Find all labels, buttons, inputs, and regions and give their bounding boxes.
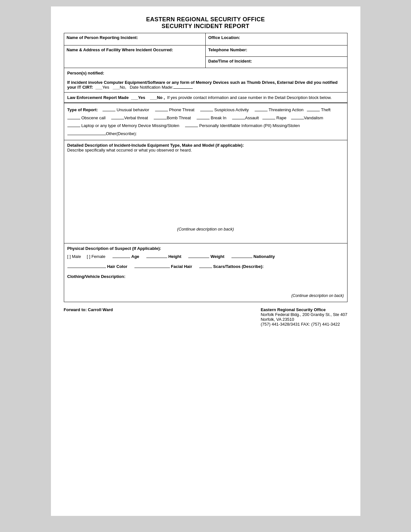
hair-color-label: Hair Color (107, 264, 127, 269)
facial-hair-label: Facial Hair (171, 264, 192, 269)
pii-missing: Personally Identifiable Information (PII… (199, 123, 300, 128)
assault: Assault (245, 115, 259, 120)
gender-age-row: [ ] Male [ ] Female Age Height Weight Na… (67, 252, 344, 261)
law-text: Law Enforcement Report Made ___Yes ___No… (67, 95, 344, 100)
office-addr-line1: Eastern Regional Security Office (261, 307, 347, 312)
suspicious-activity: Suspicious Activity (214, 107, 249, 112)
title-line2: SECURITY INCIDENT REPORT (64, 23, 347, 30)
weight-label: Weight (210, 254, 224, 259)
law-enforcement-section: Law Enforcement Report Made ___Yes ___No… (64, 93, 347, 103)
persons-notified-label: Person(s) notified: (67, 71, 344, 75)
type-label: Type of Report: (67, 107, 98, 112)
type-report-row2: Obscene call Verbal threat Bomb Threat B… (67, 114, 344, 122)
type-report-row1: Type of Report: Unusual behavior Phone T… (67, 106, 344, 114)
office-addr-line3: Norfolk, VA 23510 (261, 317, 347, 322)
name-reporting-label: Name of Person Reporting Incident: (67, 35, 138, 40)
obscene-call: Obscene call (81, 115, 105, 120)
datetime-label: Date/Time of Incident: (208, 59, 252, 64)
persons-notified-section: Person(s) notified: If incident involve … (64, 68, 347, 93)
theft: Theft (321, 107, 331, 112)
rape: Rape (276, 115, 286, 120)
unusual-behavior: Unusual behavior (117, 107, 149, 112)
type-of-report-section: Type of Report: Unusual behavior Phone T… (64, 104, 347, 140)
clothing-row: Clothing/Vehicle Description: (67, 272, 344, 281)
continue-right: (Continue description on back) (67, 292, 344, 299)
physical-description-section: Physical Description of Suspect (If Appl… (64, 243, 347, 302)
type-report-row3: Laptop or any type of Memory Device Miss… (67, 122, 344, 130)
description-label: Detailed Description of Incident-Include… (67, 143, 344, 153)
footer-section: Forward to: Carroll Ward Eastern Regiona… (64, 307, 347, 327)
office-addr-line4: (757) 441-3428/3431 FAX: (757) 441-3422 (261, 322, 347, 327)
vandalism: Vandalism (304, 115, 323, 120)
description-section: Detailed Description of Incident-Include… (64, 140, 347, 243)
description-content-area[interactable] (67, 153, 344, 223)
table-row: Name of Person Reporting Incident: Offic… (64, 33, 347, 45)
page: EASTERN REGIONAL SECURITY OFFICE SECURIT… (51, 6, 360, 516)
nationality-label: Nationality (253, 254, 275, 259)
height-label: Height (168, 254, 181, 259)
hair-facial-row: Hair Color Facial Hair Scars/Tattoos (De… (67, 262, 344, 271)
age-label: Age (131, 254, 139, 259)
type-report-row4: Other(Describe): (67, 130, 344, 138)
title-line1: EASTERN REGIONAL SECURITY OFFICE (64, 16, 347, 23)
office-address: Eastern Regional Security Office Norfolk… (261, 307, 347, 327)
break-in: Break In (211, 115, 226, 120)
threatening-action: Threatening Action (269, 107, 303, 112)
phone-threat: Phone Threat (169, 107, 195, 112)
laptop-missing: Laptop or any type of Memory Device Miss… (81, 123, 179, 128)
scars-label: Scars/Tattoos (Describe): (213, 264, 264, 269)
office-addr-line2: Norfolk Federal Bldg., 200 Granby St., S… (261, 312, 347, 317)
forward-label: Forward to: Carroll Ward (64, 307, 113, 312)
main-table: Name of Person Reporting Incident: Offic… (64, 33, 347, 68)
title-block: EASTERN REGIONAL SECURITY OFFICE SECURIT… (64, 16, 347, 30)
facility-label: Name & Address of Facility Where Inciden… (67, 47, 173, 52)
it-cirt-text: If incident involve Computer Equipment/S… (67, 80, 344, 90)
other-describe: Other(Describe): (106, 131, 137, 136)
gender-female: [ ] Female (87, 254, 105, 259)
office-location-label: Office Location: (208, 35, 240, 40)
gender-male: [ ] Male (67, 254, 81, 259)
clothing-content[interactable] (67, 282, 344, 292)
telephone-label: Telephone Number: (208, 47, 247, 52)
verbal-threat: Verbal threat (124, 115, 148, 120)
continue-note: (Continue description on back) (67, 227, 344, 232)
bomb-threat: Bomb Threat (167, 115, 191, 120)
table-row: Name & Address of Facility Where Inciden… (64, 45, 347, 57)
clothing-label: Clothing/Vehicle Description: (67, 274, 126, 279)
physical-label: Physical Description of Suspect (If Appl… (67, 246, 344, 251)
